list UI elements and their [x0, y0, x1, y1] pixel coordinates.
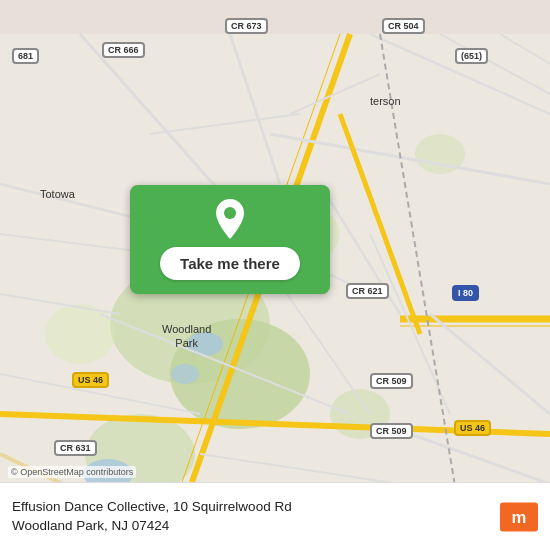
road-badge-651: (651): [455, 48, 488, 64]
map-pin-icon: [212, 197, 248, 241]
svg-text:m: m: [512, 508, 527, 527]
label-totowa: Totowa: [40, 188, 75, 200]
road-badge-us46a: US 46: [72, 372, 109, 388]
road-badge-cr666: CR 666: [102, 42, 145, 58]
map-container: 681 CR 666 CR 673 CR 504 (651) CR 621 CR…: [0, 0, 550, 550]
road-badge-cr509a: CR 509: [370, 373, 413, 389]
road-badge-cr673: CR 673: [225, 18, 268, 34]
label-woodland-park: WoodlandPark: [162, 322, 211, 351]
osm-credit: © OpenStreetMap contributors: [8, 466, 136, 478]
svg-point-40: [224, 207, 236, 219]
road-badge-cr631: CR 631: [54, 440, 97, 456]
road-badge-681: 681: [12, 48, 39, 64]
road-badge-i80: I 80: [452, 285, 479, 301]
label-paterson: terson: [370, 95, 401, 107]
svg-point-6: [45, 304, 115, 364]
cta-button-container: Take me there: [130, 185, 330, 294]
road-badge-cr504: CR 504: [382, 18, 425, 34]
svg-point-9: [171, 364, 199, 384]
location-info: Effusion Dance Collective, 10 Squirrelwo…: [12, 498, 500, 536]
road-badge-cr621: CR 621: [346, 283, 389, 299]
moovit-logo-svg: m: [500, 498, 538, 536]
take-me-there-button[interactable]: Take me there: [160, 247, 300, 280]
location-name: Effusion Dance Collective, 10 Squirrelwo…: [12, 498, 490, 536]
bottom-bar: Effusion Dance Collective, 10 Squirrelwo…: [0, 482, 550, 550]
road-badge-us46b: US 46: [454, 420, 491, 436]
moovit-logo: m: [500, 498, 538, 536]
road-badge-cr509b: CR 509: [370, 423, 413, 439]
